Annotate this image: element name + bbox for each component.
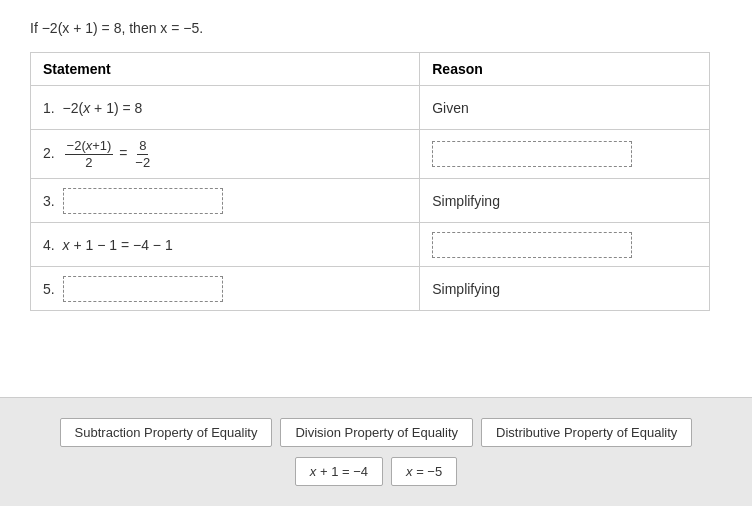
table-row: 3. Simplifying	[31, 179, 710, 223]
statement-cell-4: 4. x + 1 − 1 = −4 − 1	[31, 223, 420, 267]
statement-text-4: x + 1 − 1 = −4 − 1	[63, 237, 173, 253]
statement-cell-3[interactable]: 3.	[31, 179, 420, 223]
table-row: 4. x + 1 − 1 = −4 − 1	[31, 223, 710, 267]
statement-cell-5[interactable]: 5.	[31, 267, 420, 311]
reason-dashed-4[interactable]	[432, 232, 632, 258]
table-row: 1. −2(x + 1) = 8 Given	[31, 86, 710, 130]
reason-dashed-2[interactable]	[432, 141, 632, 167]
btn-x-plus-1[interactable]: x + 1 = −4	[295, 457, 383, 486]
header-statement: Statement	[31, 53, 420, 86]
premise-text: If −2(x + 1) = 8, then x = −5.	[30, 20, 722, 36]
statement-dashed-3[interactable]	[63, 188, 223, 214]
fraction-statement-2: −2(x+1) 2 = 8 −2	[63, 145, 155, 161]
answer-bank: Subtraction Property of Equality Divisio…	[0, 397, 752, 506]
btn-division[interactable]: Division Property of Equality	[280, 418, 473, 447]
header-reason: Reason	[420, 53, 710, 86]
btn-subtraction[interactable]: Subtraction Property of Equality	[60, 418, 273, 447]
reason-cell-5: Simplifying	[420, 267, 710, 311]
button-row-2: x + 1 = −4 x = −5	[295, 457, 457, 486]
statement-cell-2: 2. −2(x+1) 2 = 8 −2	[31, 130, 420, 179]
main-content: If −2(x + 1) = 8, then x = −5. Statement…	[0, 0, 752, 397]
statement-text-1: −2(x + 1) = 8	[63, 100, 143, 116]
statement-cell-1: 1. −2(x + 1) = 8	[31, 86, 420, 130]
btn-distributive[interactable]: Distributive Property of Equality	[481, 418, 692, 447]
reason-cell-4[interactable]	[420, 223, 710, 267]
reason-text-5: Simplifying	[432, 281, 500, 297]
statement-dashed-5[interactable]	[63, 276, 223, 302]
reason-cell-1: Given	[420, 86, 710, 130]
reason-cell-2[interactable]	[420, 130, 710, 179]
reason-text-3: Simplifying	[432, 193, 500, 209]
button-row-1: Subtraction Property of Equality Divisio…	[60, 418, 693, 447]
reason-cell-3: Simplifying	[420, 179, 710, 223]
btn-x-equals[interactable]: x = −5	[391, 457, 457, 486]
table-row: 2. −2(x+1) 2 = 8 −2	[31, 130, 710, 179]
reason-text-1: Given	[432, 100, 469, 116]
proof-table: Statement Reason 1. −2(x + 1) = 8 Given …	[30, 52, 710, 311]
table-row: 5. Simplifying	[31, 267, 710, 311]
